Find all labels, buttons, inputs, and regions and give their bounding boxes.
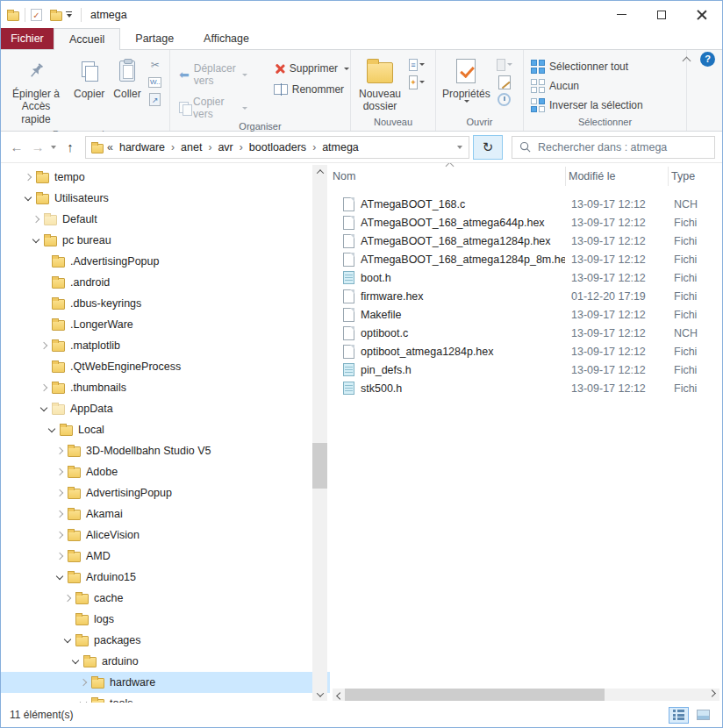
scrollbar-thumb[interactable] bbox=[312, 443, 327, 489]
tree-item-arduino[interactable]: arduino bbox=[1, 651, 330, 672]
file-row-boot-h[interactable]: boot.h 13-09-17 12:12 Fichi bbox=[330, 268, 722, 287]
file-row-atmegaboot-168-c[interactable]: ATmegaBOOT_168.c 13-09-17 12:12 NCH bbox=[330, 195, 722, 213]
tree-item-advertisingpopup[interactable]: .AdvertisingPopup bbox=[1, 251, 330, 272]
file-row-optiboot-atmega1284p-hex[interactable]: optiboot_atmega1284p.hex 13-09-17 12:12 … bbox=[330, 342, 722, 360]
minimize-button[interactable] bbox=[601, 1, 641, 28]
scroll-up-icon[interactable] bbox=[312, 165, 327, 178]
details-view-button[interactable] bbox=[669, 707, 689, 724]
quick-access-properties-icon[interactable]: ✓ bbox=[31, 9, 42, 21]
tree-item-android[interactable]: .android bbox=[1, 272, 330, 293]
collapse-chevron-icon[interactable] bbox=[39, 404, 49, 414]
file-row-pin-defs-h[interactable]: pin_defs.h 13-09-17 12:12 Fichi bbox=[330, 360, 722, 379]
tree-item-qtwebengineprocess[interactable]: .QtWebEngineProcess bbox=[1, 356, 330, 377]
move-to-button[interactable]: ⬅ Déplacer vers bbox=[179, 62, 247, 87]
collapse-chevron-icon[interactable] bbox=[71, 657, 81, 667]
copy-path-icon[interactable]: W.. bbox=[147, 75, 163, 89]
scroll-right-icon[interactable] bbox=[707, 689, 719, 701]
tree-item-hardware[interactable]: hardware bbox=[1, 672, 330, 693]
tree-item-packages[interactable]: packages bbox=[1, 630, 330, 651]
paste-button[interactable]: Coller bbox=[109, 54, 145, 103]
tab-fichier[interactable]: Fichier bbox=[1, 28, 54, 49]
file-row-firmware-hex[interactable]: firmware.hex 01-12-20 17:19 Fichi bbox=[330, 287, 722, 305]
expand-chevron-icon[interactable] bbox=[79, 678, 89, 688]
tree-item-arduino15[interactable]: Arduino15 bbox=[1, 567, 330, 588]
select-all-button[interactable]: Sélectionner tout bbox=[531, 60, 643, 74]
rename-button[interactable]: Renommer bbox=[274, 83, 349, 96]
paste-shortcut-icon[interactable]: ↗ bbox=[147, 92, 163, 107]
thumbnails-view-button[interactable] bbox=[693, 707, 713, 724]
breadcrumb-segment-atmega[interactable]: atmega bbox=[319, 141, 362, 153]
expand-chevron-icon[interactable] bbox=[55, 510, 65, 519]
tree-item-amd[interactable]: AMD bbox=[1, 546, 330, 567]
search-input[interactable]: Rechercher dans : atmega bbox=[512, 136, 715, 159]
horizontal-scrollbar[interactable] bbox=[333, 689, 719, 701]
expand-chevron-icon[interactable] bbox=[55, 531, 65, 540]
collapse-chevron-icon[interactable] bbox=[32, 236, 41, 246]
file-row-makefile[interactable]: Makefile 13-09-17 12:12 Fichi bbox=[330, 305, 722, 324]
expand-chevron-icon[interactable] bbox=[55, 489, 65, 498]
copy-button[interactable]: Copier bbox=[69, 54, 109, 103]
breadcrumb-segment-anet[interactable]: anet bbox=[178, 141, 204, 153]
tree-item-tools[interactable]: tools bbox=[1, 693, 330, 703]
tab-accueil[interactable]: Accueil bbox=[54, 28, 120, 50]
tree-item-utilisateurs[interactable]: Utilisateurs bbox=[1, 188, 330, 209]
quick-access-folder-icon[interactable] bbox=[50, 11, 62, 21]
collapse-chevron-icon[interactable] bbox=[55, 573, 65, 582]
collapse-chevron-icon[interactable] bbox=[24, 194, 33, 203]
properties-button[interactable]: Propriétés bbox=[438, 54, 495, 105]
tree-item-3d-modellbahn-studio-v5[interactable]: 3D-Modellbahn Studio V5 bbox=[1, 440, 330, 461]
address-dropdown-icon[interactable] bbox=[457, 146, 462, 149]
breadcrumb-separator-icon[interactable]: › bbox=[204, 141, 215, 153]
tab-affichage[interactable]: Affichage bbox=[189, 28, 264, 49]
select-none-button[interactable]: Aucun bbox=[531, 79, 643, 93]
tree-item-longerware[interactable]: .LongerWare bbox=[1, 314, 330, 335]
breadcrumb[interactable]: « hardware›anet›avr›bootloaders›atmega bbox=[85, 136, 469, 159]
new-item-icon[interactable]: ✦ bbox=[409, 75, 425, 89]
file-row-optiboot-c[interactable]: optiboot.c 13-09-17 12:12 NCH bbox=[330, 324, 722, 342]
tree-item-cache[interactable]: cache bbox=[1, 588, 330, 609]
column-header-type[interactable]: Type bbox=[668, 167, 722, 186]
open-with-icon[interactable] bbox=[497, 57, 512, 72]
expand-chevron-icon[interactable] bbox=[55, 446, 65, 456]
history-icon[interactable] bbox=[497, 92, 512, 107]
pin-to-quick-access-button[interactable]: Épingler à Accès rapide bbox=[3, 54, 69, 128]
tree-item-logs[interactable]: logs bbox=[1, 609, 330, 630]
breadcrumb-segment-avr[interactable]: avr bbox=[215, 141, 235, 153]
column-header-name[interactable]: Nom bbox=[330, 170, 565, 182]
file-row-atmegaboot-168-atmega1284p-hex[interactable]: ATmegaBOOT_168_atmega1284p.hex 13-09-17 … bbox=[330, 232, 722, 250]
scroll-left-icon[interactable] bbox=[333, 689, 345, 701]
up-button[interactable]: ↑ bbox=[59, 139, 82, 154]
collapse-chevron-icon[interactable] bbox=[63, 636, 73, 646]
delete-button[interactable]: Supprimer bbox=[274, 62, 349, 75]
tree-item-appdata[interactable]: AppData bbox=[1, 398, 330, 419]
file-row-atmegaboot-168-atmega644p-hex[interactable]: ATmegaBOOT_168_atmega644p.hex 13-09-17 1… bbox=[330, 213, 722, 232]
tree-scrollbar[interactable] bbox=[312, 165, 327, 701]
collapse-ribbon-icon[interactable] bbox=[683, 56, 691, 65]
edit-icon[interactable] bbox=[497, 75, 512, 89]
collapse-chevron-icon[interactable] bbox=[79, 699, 89, 703]
tree-item-dbus-keyrings[interactable]: .dbus-keyrings bbox=[1, 293, 330, 314]
column-header-modified[interactable]: Modifié le bbox=[565, 167, 668, 186]
tree-item-alicevision[interactable]: AliceVision bbox=[1, 525, 330, 546]
scrollbar-thumb[interactable] bbox=[345, 689, 605, 701]
recent-locations-icon[interactable] bbox=[51, 146, 56, 149]
close-button[interactable] bbox=[682, 1, 722, 28]
expand-chevron-icon[interactable] bbox=[63, 594, 73, 603]
tree-item-adobe[interactable]: Adobe bbox=[1, 461, 330, 482]
expand-chevron-icon[interactable] bbox=[32, 215, 41, 225]
invert-selection-button[interactable]: Inverser la sélection bbox=[531, 98, 643, 112]
breadcrumb-separator-icon[interactable]: › bbox=[168, 141, 178, 153]
tree-item-matplotlib[interactable]: .matplotlib bbox=[1, 335, 330, 356]
refresh-button[interactable]: ↻ bbox=[473, 135, 503, 160]
easy-access-icon[interactable]: ≡ bbox=[409, 57, 425, 72]
expand-chevron-icon[interactable] bbox=[55, 467, 65, 477]
breadcrumb-separator-icon[interactable]: › bbox=[309, 141, 319, 153]
back-button[interactable]: ← bbox=[6, 139, 27, 154]
cut-icon[interactable]: ✂ bbox=[147, 57, 163, 72]
tree-item-default[interactable]: Default bbox=[1, 209, 330, 230]
customize-quick-access-icon[interactable] bbox=[66, 11, 72, 18]
new-folder-button[interactable]: Nouveau dossier bbox=[353, 54, 407, 116]
expand-chevron-icon[interactable] bbox=[39, 341, 49, 351]
scroll-down-icon[interactable] bbox=[312, 688, 327, 701]
help-icon[interactable]: ? bbox=[700, 52, 715, 67]
